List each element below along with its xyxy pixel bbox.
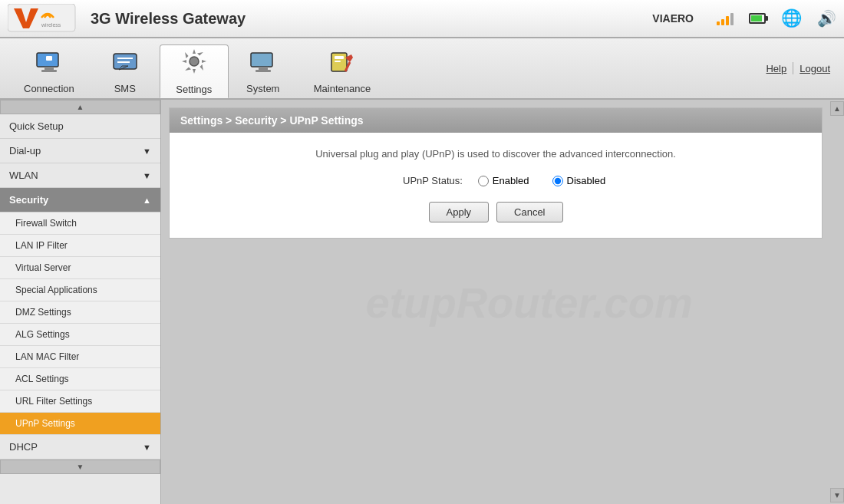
cancel-button[interactable]: Cancel [496,202,562,222]
svg-rect-17 [335,61,341,62]
logo-area: wireless 3G Wireless Gateway [8,4,246,33]
signal-bars-icon [717,12,734,25]
system-icon [249,50,277,80]
sidebar-item-url-filter-settings[interactable]: URL Filter Settings [0,390,160,413]
upnp-disabled-option[interactable]: Disabled [552,175,606,186]
sidebar-item-lan-ip-filter[interactable]: LAN IP Filter [0,235,160,257]
wlan-chevron-icon: ▼ [143,171,151,180]
breadcrumb: Settings > Security > UPnP Settings [170,108,822,133]
sidebar-item-special-applications[interactable]: Special Applications [0,279,160,301]
sidebar-item-dialup[interactable]: Dial-up ▼ [0,139,160,163]
svg-point-11 [190,57,199,66]
svg-rect-14 [256,70,271,72]
battery-icon [749,13,766,24]
speaker-icon: 🔊 [817,9,836,28]
svg-text:wireless: wireless [41,22,61,28]
tab-system[interactable]: System [229,44,298,98]
logo-icon: wireless [8,4,77,33]
settings-icon [180,48,208,81]
dialup-chevron-icon: ▼ [143,147,151,156]
tab-maintenance-label: Maintenance [314,83,371,94]
help-link[interactable]: Help [760,63,793,74]
tab-settings-label: Settings [176,84,212,95]
tab-connection-label: Connection [24,83,74,94]
svg-rect-12 [251,53,272,67]
main: ▲ Quick Setup Dial-up ▼ WLAN ▼ Security … [0,100,844,504]
upnp-enabled-option[interactable]: Enabled [478,175,529,186]
svg-rect-4 [45,67,54,70]
apply-button[interactable]: Apply [429,202,490,222]
tab-system-label: System [246,83,279,94]
upnp-status-row: UPnP Status: Enabled Disabled [193,175,799,186]
security-chevron-icon: ▲ [143,196,151,205]
logout-link[interactable]: Logout [793,63,836,74]
content-scroll-down[interactable]: ▼ [830,488,844,502]
tab-maintenance[interactable]: Maintenance [298,44,387,98]
content-area: etupRouter.com Settings > Security > UPn… [161,100,830,504]
globe-icon: 🌐 [781,8,802,28]
sidebar-scroll-down[interactable]: ▼ [0,460,160,474]
upnp-enabled-label: Enabled [493,175,529,186]
header-status: VIAERO 🌐 🔊 [652,8,836,28]
connection-icon [35,50,63,80]
upnp-disabled-label: Disabled [567,175,606,186]
sidebar: ▲ Quick Setup Dial-up ▼ WLAN ▼ Security … [0,100,161,504]
header: wireless 3G Wireless Gateway VIAERO 🌐 🔊 [0,0,844,38]
sidebar-item-wlan[interactable]: WLAN ▼ [0,163,160,188]
nav-tabs: Connection SMS Settings System Maintenan… [0,38,844,100]
button-row: Apply Cancel [193,202,799,222]
content-panel: Settings > Security > UPnP Settings Univ… [169,107,823,239]
sidebar-item-lan-mac-filter[interactable]: LAN MAC Filter [0,346,160,368]
maintenance-icon [328,50,356,80]
sidebar-item-firewall-switch[interactable]: Firewall Switch [0,212,160,235]
sidebar-item-virtual-server[interactable]: Virtual Server [0,257,160,279]
upnp-enabled-radio[interactable] [478,176,489,186]
help-logout: Help Logout [760,62,836,74]
upnp-disabled-radio[interactable] [552,176,563,186]
svg-rect-6 [46,56,52,61]
sidebar-scroll-up[interactable]: ▲ [0,100,160,114]
svg-rect-5 [41,70,57,72]
panel-body: Universal plug and play (UPnP) is used t… [170,133,822,238]
right-scrollbar: ▲ ▼ [830,100,844,504]
sidebar-item-security[interactable]: Security ▲ [0,188,160,212]
sms-icon [111,50,139,80]
sidebar-item-upnp-settings[interactable]: UPnP Settings [0,413,160,435]
tab-connection[interactable]: Connection [8,44,91,98]
app-title: 3G Wireless Gateway [91,10,246,28]
svg-rect-16 [335,56,344,59]
upnp-description: Universal plug and play (UPnP) is used t… [193,148,799,160]
upnp-status-radio-group: Enabled Disabled [478,175,605,186]
dhcp-chevron-icon: ▼ [143,443,151,452]
sidebar-item-alg-settings[interactable]: ALG Settings [0,324,160,346]
sidebar-item-dmz-settings[interactable]: DMZ Settings [0,301,160,324]
tab-sms-label: SMS [114,83,136,94]
tab-settings[interactable]: Settings [160,44,229,98]
status-brand-label: VIAERO [652,12,694,25]
sidebar-item-dhcp[interactable]: DHCP ▼ [0,435,160,460]
content-scroll-up[interactable]: ▲ [830,101,844,116]
sidebar-item-acl-settings[interactable]: ACL Settings [0,368,160,390]
upnp-status-label: UPnP Status: [386,175,463,186]
svg-rect-13 [259,67,268,70]
sidebar-item-quick-setup[interactable]: Quick Setup [0,114,160,139]
watermark: etupRouter.com [365,277,692,327]
tab-sms[interactable]: SMS [91,44,160,98]
